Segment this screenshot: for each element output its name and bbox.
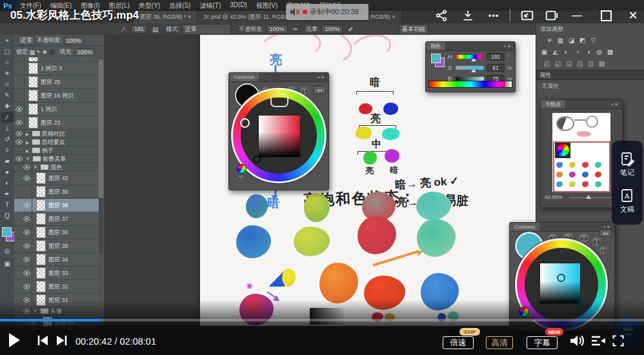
- crop-tool-icon[interactable]: ⌗: [1, 79, 14, 90]
- properties-tab[interactable]: 属性: [539, 71, 551, 79]
- blur-tool-icon[interactable]: ●: [1, 167, 14, 178]
- layer-visibility-toggle[interactable]: [22, 212, 32, 225]
- airbrush-icon[interactable]: ✑: [293, 26, 298, 33]
- layer-thumbnail[interactable]: [36, 213, 46, 225]
- layer-thumbnail[interactable]: [28, 90, 38, 101]
- channel-value[interactable]: 61: [487, 64, 505, 72]
- quality-button[interactable]: 高清: [486, 336, 513, 349]
- menu-item[interactable]: 视图(V): [256, 1, 277, 10]
- layer-visibility-toggle[interactable]: [14, 116, 25, 129]
- layer-thumbnail[interactable]: [28, 103, 38, 115]
- type-tool-icon[interactable]: T: [1, 199, 14, 210]
- zoom-tool-icon[interactable]: Q: [1, 210, 14, 221]
- layer-thumbnail[interactable]: [33, 156, 41, 161]
- adjustment-icon[interactable]: ◳: [575, 60, 585, 67]
- adjustment-icon[interactable]: ◲: [564, 60, 574, 67]
- flow-value[interactable]: 100%: [321, 25, 343, 34]
- layer-row[interactable]: 图层 35: [14, 239, 99, 253]
- blend-mode-select[interactable]: 正常: [18, 36, 35, 45]
- pip-button[interactable]: [519, 7, 536, 24]
- stamp-tool-icon[interactable]: ⊥: [1, 123, 14, 134]
- more-button[interactable]: •••: [485, 8, 502, 23]
- coolorus-knob[interactable]: [237, 175, 245, 182]
- layer-row[interactable]: 例子: [14, 147, 99, 155]
- fill-value[interactable]: 100%: [75, 48, 95, 56]
- channel-slider[interactable]: [456, 66, 484, 70]
- fullscreen-button[interactable]: [612, 334, 625, 350]
- layer-thumbnail[interactable]: [32, 131, 40, 136]
- mode-select[interactable]: 正常: [182, 24, 231, 35]
- move-tool-icon[interactable]: ⌖: [1, 35, 14, 46]
- layer-visibility-toggle[interactable]: [22, 226, 32, 239]
- folder-arrow-icon[interactable]: [26, 132, 29, 136]
- layer-thumbnail[interactable]: [36, 281, 46, 292]
- saturation-value-square[interactable]: [258, 115, 301, 157]
- adjustment-icon[interactable]: ▽: [589, 37, 598, 44]
- layer-thumbnail[interactable]: [36, 254, 46, 265]
- color-panel-tab[interactable]: 颜色: [426, 42, 445, 50]
- adjustment-icon[interactable]: ▦: [556, 37, 565, 44]
- layer-thumbnail[interactable]: [36, 186, 46, 198]
- rainbow-mode-icon[interactable]: [237, 164, 247, 174]
- adjustment-icon[interactable]: ◭: [550, 48, 560, 56]
- gear-dropdown-icon[interactable]: ⚙▾: [599, 229, 612, 237]
- adjustment-icon[interactable]: ◔: [572, 48, 582, 56]
- sv-cursor[interactable]: [253, 156, 261, 163]
- layers-scrollbar-thumb[interactable]: [99, 59, 103, 198]
- brush-size-value[interactable]: 181: [131, 25, 147, 34]
- minimize-button[interactable]: —: [569, 8, 585, 23]
- layer-row[interactable]: 总结要点: [14, 138, 99, 147]
- adjustment-icon[interactable]: ▣: [539, 48, 549, 56]
- opacity-value[interactable]: 100%: [267, 25, 288, 34]
- navigator-slider-handle[interactable]: [586, 195, 591, 199]
- folder-arrow-icon[interactable]: [26, 148, 29, 153]
- menu-item[interactable]: 滤镜(T): [200, 1, 221, 10]
- progress-bar[interactable]: [0, 319, 644, 321]
- layer-thumbnail[interactable]: [28, 63, 38, 74]
- layer-row[interactable]: 图层 25: [14, 76, 99, 89]
- layer-visibility-toggle[interactable]: [22, 199, 32, 212]
- layer-thumbnail[interactable]: [28, 57, 38, 62]
- layer-thumbnail[interactable]: [28, 76, 38, 88]
- layer-thumbnail[interactable]: [36, 240, 46, 252]
- speed-button[interactable]: 倍速: [443, 336, 474, 349]
- layer-row[interactable]: 原稿对比: [14, 130, 99, 138]
- layer-thumbnail[interactable]: [32, 148, 40, 153]
- maximize-button[interactable]: [599, 9, 612, 22]
- layer-row[interactable]: 混色: [14, 163, 99, 172]
- play-button[interactable]: [9, 333, 20, 347]
- docs-button[interactable]: A 文稿: [619, 188, 635, 214]
- layer-visibility-toggle[interactable]: [14, 57, 25, 61]
- share-button[interactable]: [434, 8, 449, 23]
- menu-item[interactable]: 类型(Y): [139, 1, 160, 10]
- layer-visibility-toggle[interactable]: [22, 172, 32, 185]
- menu-item[interactable]: 3D(D): [230, 1, 247, 10]
- brush-panel-icon[interactable]: ▤: [152, 26, 158, 33]
- coolorus-dock-tab[interactable]: Coolorus: [510, 223, 539, 231]
- marquee-tool-icon[interactable]: ▢: [1, 46, 14, 57]
- layer-thumbnail[interactable]: [32, 139, 40, 145]
- layer-thumbnail[interactable]: [36, 199, 46, 211]
- layer-row[interactable]: [14, 57, 99, 62]
- layer-row[interactable]: 1 拷贝 3: [14, 62, 99, 76]
- panel-collapse-icons[interactable]: ▪✕: [505, 44, 515, 49]
- navigator-thumbnail[interactable]: [552, 113, 610, 192]
- workspace-select[interactable]: 基本功能: [399, 24, 428, 35]
- foreground-color-swatch[interactable]: [2, 227, 12, 237]
- folder-arrow-icon[interactable]: [34, 165, 37, 169]
- layer-visibility-toggle[interactable]: [14, 89, 25, 102]
- coolorus-tab[interactable]: Coolorus: [229, 73, 259, 81]
- layer-visibility-toggle[interactable]: [14, 62, 25, 75]
- folder-arrow-icon[interactable]: [26, 157, 30, 161]
- playlist-button[interactable]: [590, 334, 606, 350]
- navigator-tab[interactable]: 导航器: [541, 100, 565, 108]
- layer-thumbnail[interactable]: [36, 227, 46, 238]
- layer-visibility-toggle[interactable]: [14, 147, 25, 154]
- adjustment-icon[interactable]: ◑: [583, 48, 593, 56]
- adjustment-icon[interactable]: ☀: [545, 37, 554, 44]
- layer-row[interactable]: 图层 36: [14, 226, 99, 239]
- document-tab[interactable]: 图层 36, RGB/8) * ×: [134, 11, 197, 23]
- channel-slider[interactable]: [456, 55, 484, 59]
- layer-row[interactable]: 套叠关系: [14, 155, 99, 163]
- hue-ring-selector[interactable]: [240, 118, 250, 128]
